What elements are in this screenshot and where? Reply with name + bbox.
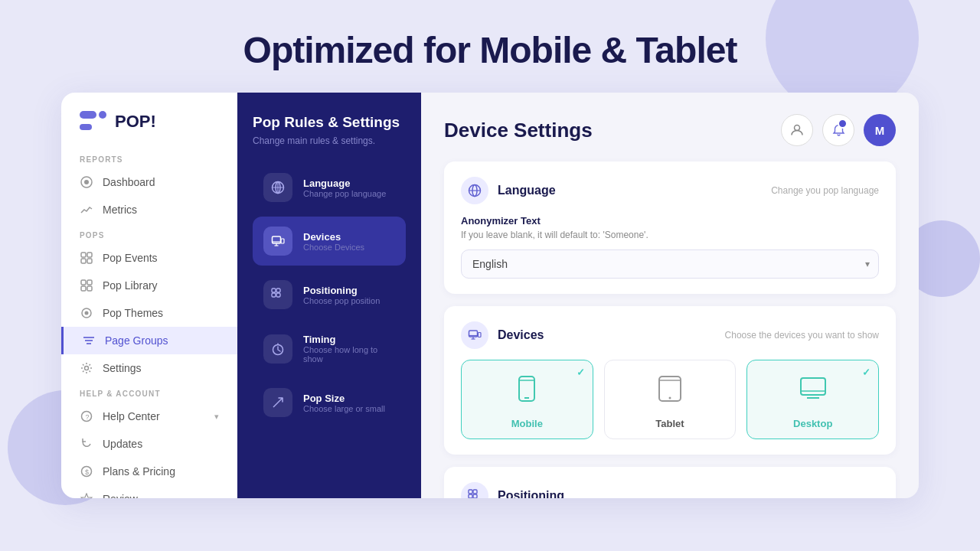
avatar-initials: M [875,124,885,137]
svg-rect-25 [273,236,281,243]
notification-button[interactable] [822,114,854,146]
sidebar-item-settings[interactable]: Settings [61,354,237,382]
svg-point-50 [669,397,671,399]
right-panel: Device Settings M Langu [421,93,919,498]
logo-text: POP! [115,112,156,132]
anonymizer-hint: If you leave blank, it will default to: … [461,230,879,240]
plans-pricing-label: Plans & Pricing [103,465,175,478]
sidebar-item-updates[interactable]: Updates [61,430,237,458]
language-card-icon [461,177,488,204]
middle-panel: Pop Rules & Settings Change main rules &… [237,93,421,498]
section-label-reports: REPORTS [61,148,237,168]
user-button[interactable] [781,114,813,146]
svg-point-11 [85,311,89,315]
mobile-label: Mobile [511,418,543,429]
menu-item-pop-size[interactable]: Pop Size Choose large or small [253,378,406,427]
devices-card-desc: Choose the devices you want to show [725,330,879,341]
sidebar-item-page-groups[interactable]: Page Groups [61,327,237,354]
dashboard-icon [80,175,93,189]
plans-pricing-icon: $ [80,465,93,478]
language-select[interactable]: English Spanish French German Japanese [461,249,879,279]
devices-menu-icon [263,227,292,256]
devices-card-icon [461,321,488,349]
pop-size-menu-text: Pop Size Choose large or small [303,393,385,413]
middle-panel-title: Pop Rules & Settings [253,114,406,131]
svg-rect-45 [479,333,482,337]
devices-card-title: Devices [498,328,544,342]
sidebar-item-pop-events[interactable]: Pop Events [61,244,237,272]
settings-label: Settings [103,362,142,374]
right-panel-header: Device Settings M [444,114,896,146]
pop-events-label: Pop Events [103,252,158,264]
tablet-label: Tablet [655,418,684,429]
sidebar-item-help-center[interactable]: ? Help Center ▾ [61,403,237,430]
pop-themes-label: Pop Themes [103,307,163,319]
positioning-menu-text: Positioning Choose pop position [303,285,380,305]
language-card: Language Change you pop language Anonymi… [444,161,896,294]
header-actions: M [781,114,896,146]
devices-card-header: Devices Choose the devices you want to s… [461,321,879,349]
svg-rect-7 [87,280,92,285]
sidebar-item-pop-library[interactable]: Pop Library [61,272,237,299]
pop-library-label: Pop Library [103,279,158,292]
positioning-card-title: Positioning [498,489,564,498]
help-center-chevron-icon: ▾ [214,412,219,422]
positioning-card-header: Positioning [461,482,879,498]
section-label-help: HELP & ACCOUNT [61,382,237,403]
svg-rect-30 [272,289,276,292]
pop-library-icon [80,279,93,292]
svg-rect-52 [801,378,825,395]
sidebar-item-dashboard[interactable]: Dashboard [61,168,237,196]
pop-size-menu-icon [263,388,292,417]
device-card-tablet[interactable]: Tablet [604,360,737,439]
page-header: Optimized for Mobile & Tablet [0,0,980,93]
sidebar-item-review[interactable]: Review [61,485,237,498]
sidebar-logo: POP! [61,111,237,148]
anonymizer-label: Anonymizer Text [461,215,879,227]
page-groups-icon [82,334,96,347]
timing-menu-icon [263,334,292,364]
svg-rect-58 [469,494,472,498]
dashboard-label: Dashboard [103,176,155,188]
sidebar-item-pop-themes[interactable]: Pop Themes [61,299,237,327]
tablet-device-icon [654,373,686,412]
devices-card: Devices Choose the devices you want to s… [444,306,896,455]
devices-title-row: Devices [461,321,544,349]
menu-item-positioning[interactable]: Positioning Choose pop position [253,270,406,319]
menu-item-language[interactable]: Language Change pop language [253,163,406,212]
svg-rect-8 [81,286,86,291]
sidebar-item-metrics[interactable]: Metrics [61,196,237,223]
device-card-mobile[interactable]: ✓ Mobile [461,360,593,439]
desktop-check-icon: ✓ [862,367,871,378]
sidebar: POP! REPORTS Dashboard Metrics POPS Pop … [61,93,237,498]
menu-item-timing[interactable]: Timing Choose how long to show [253,324,406,373]
svg-rect-9 [87,286,92,291]
review-icon [80,492,93,498]
devices-menu-text: Devices Choose Devices [303,231,364,252]
middle-panel-subtitle: Change main rules & settings. [253,135,406,146]
language-title-row: Language [461,177,556,204]
logo-icon [80,111,107,132]
language-card-title: Language [498,184,556,197]
svg-rect-31 [276,289,280,292]
metrics-icon [80,203,93,217]
svg-rect-59 [473,494,477,498]
help-center-icon: ? [80,409,93,423]
svg-point-1 [84,180,89,184]
svg-rect-57 [473,490,477,494]
avatar-button[interactable]: M [864,114,896,146]
positioning-card-icon [461,482,488,498]
language-menu-icon [263,173,292,202]
sidebar-item-plans-pricing[interactable]: $ Plans & Pricing [61,458,237,485]
menu-item-devices[interactable]: Devices Choose Devices [253,217,406,266]
svg-rect-33 [276,293,280,297]
device-card-desktop[interactable]: ✓ Desktop [746,360,879,439]
mobile-check-icon: ✓ [577,367,585,378]
main-container: POP! REPORTS Dashboard Metrics POPS Pop … [61,93,919,498]
svg-line-36 [273,398,283,407]
mobile-device-icon [511,373,543,412]
language-card-header: Language Change you pop language [461,177,879,204]
svg-rect-32 [272,293,276,297]
language-menu-text: Language Change pop language [303,178,386,198]
svg-rect-3 [87,253,92,257]
